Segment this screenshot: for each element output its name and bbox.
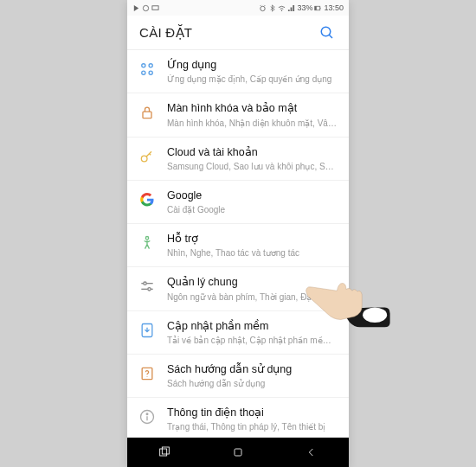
item-title: Cập nhật phần mềm (167, 319, 337, 333)
apps-icon (138, 60, 157, 79)
svg-point-12 (149, 71, 152, 74)
item-title: Quản lý chung (167, 275, 337, 289)
item-title: Google (167, 189, 337, 202)
svg-point-15 (145, 237, 148, 240)
item-title: Cloud và tài khoản (167, 145, 337, 159)
phone-frame: 33% 13:50 CÀI ĐẶT Ứng dụng Ứng dụng mặc … (127, 0, 349, 467)
item-sub: Trạng thái, Thông tin pháp lý, Tên thiết… (167, 421, 337, 432)
svg-point-10 (149, 64, 152, 67)
svg-rect-1 (152, 5, 158, 10)
play-icon (132, 4, 140, 12)
settings-item-google[interactable]: Google Cài đặt Google (127, 181, 349, 224)
svg-line-8 (329, 35, 332, 38)
svg-point-11 (142, 71, 145, 74)
time-text: 13:50 (324, 3, 344, 12)
status-bar: 33% 13:50 (127, 0, 349, 16)
svg-point-0 (143, 5, 148, 10)
settings-list: Ứng dụng Ứng dụng mặc định, Cấp quyền ứn… (127, 50, 349, 438)
settings-item-accessibility[interactable]: Hỗ trợ Nhìn, Nghe, Thao tác và tương tác (127, 224, 349, 267)
home-icon (231, 445, 245, 459)
svg-point-2 (261, 6, 265, 10)
item-sub: Ngôn ngữ và bàn phím, Thời gian, Đặt lại (167, 291, 337, 303)
item-sub: Tải về bản cập nhật, Cập nhật phần mềm đ… (167, 335, 337, 346)
settings-item-lockscreen[interactable]: Màn hình khóa và bảo mật Màn hình khóa, … (127, 93, 349, 137)
svg-point-28 (363, 308, 387, 323)
recent-apps-button[interactable] (151, 444, 177, 461)
home-button[interactable] (225, 444, 251, 461)
settings-item-software-update[interactable]: Cập nhật phần mềm Tải về bản cập nhật, C… (127, 311, 349, 355)
svg-point-18 (144, 282, 146, 285)
back-button[interactable] (299, 444, 325, 461)
settings-item-cloud[interactable]: Cloud và tài khoản Samsung Cloud, Sao lư… (127, 138, 349, 181)
item-sub: Ứng dụng mặc định, Cấp quyền ứng dụng (167, 74, 337, 85)
alarm-icon (259, 4, 267, 12)
svg-rect-6 (320, 7, 321, 9)
svg-rect-5 (315, 6, 317, 10)
google-icon (138, 190, 157, 209)
circle-icon (142, 4, 150, 12)
search-button[interactable] (318, 23, 337, 42)
bluetooth-icon (268, 4, 276, 12)
item-title: Thông tin điện thoại (167, 406, 337, 419)
item-title: Hỗ trợ (167, 232, 337, 246)
item-sub: Samsung Cloud, Sao lưu và khôi phục, Sma… (167, 161, 337, 172)
svg-rect-13 (143, 112, 151, 118)
settings-item-manual[interactable]: Sách hướng dẫn sử dụng Sách hướng dẫn sử… (127, 355, 349, 398)
svg-rect-27 (235, 449, 241, 456)
battery-icon (314, 4, 322, 12)
svg-point-9 (142, 64, 145, 67)
lock-icon (138, 103, 157, 122)
help-icon (138, 364, 157, 383)
item-sub: Sách hướng dẫn sử dụng (167, 378, 337, 389)
svg-point-19 (148, 288, 151, 291)
svg-point-7 (321, 27, 331, 36)
svg-point-24 (146, 413, 148, 415)
svg-point-14 (141, 156, 147, 162)
cast-icon (151, 4, 159, 12)
item-title: Màn hình khóa và bảo mật (167, 101, 337, 115)
svg-rect-25 (159, 449, 166, 456)
svg-point-3 (281, 10, 282, 10)
svg-rect-26 (162, 447, 169, 454)
settings-item-apps[interactable]: Ứng dụng Ứng dụng mặc định, Cấp quyền ứn… (127, 50, 349, 93)
info-icon (138, 407, 157, 426)
navigation-bar (127, 438, 349, 467)
item-sub: Màn hình khóa, Nhận diện khuôn mặt, Vân … (167, 118, 337, 129)
item-title: Sách hướng dẫn sử dụng (167, 362, 337, 376)
item-title: Ứng dụng (167, 58, 337, 72)
sliders-icon (138, 277, 157, 296)
item-sub: Nhìn, Nghe, Thao tác và tương tác (167, 247, 337, 259)
battery-text: 33% (297, 3, 312, 12)
update-icon (138, 321, 157, 340)
signal-icon (287, 4, 295, 12)
item-sub: Cài đặt Google (167, 204, 337, 215)
search-icon (319, 25, 335, 41)
back-icon (305, 445, 318, 459)
page-title: CÀI ĐẶT (139, 25, 192, 41)
wifi-icon (278, 4, 286, 12)
settings-item-general[interactable]: Quản lý chung Ngôn ngữ và bàn phím, Thời… (127, 267, 349, 310)
recent-icon (158, 445, 171, 459)
settings-item-about[interactable]: Thông tin điện thoại Trạng thái, Thông t… (127, 398, 349, 438)
page-header: CÀI ĐẶT (127, 16, 349, 50)
accessibility-icon (138, 234, 157, 253)
key-icon (138, 147, 157, 166)
